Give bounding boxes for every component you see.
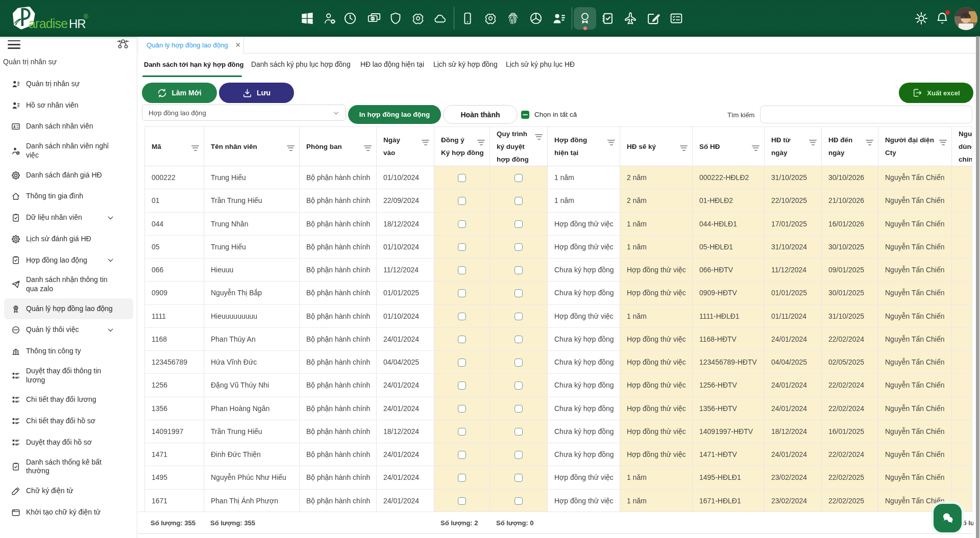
svg-text:STOP: STOP [13, 329, 19, 331]
svg-text:$: $ [372, 17, 374, 21]
